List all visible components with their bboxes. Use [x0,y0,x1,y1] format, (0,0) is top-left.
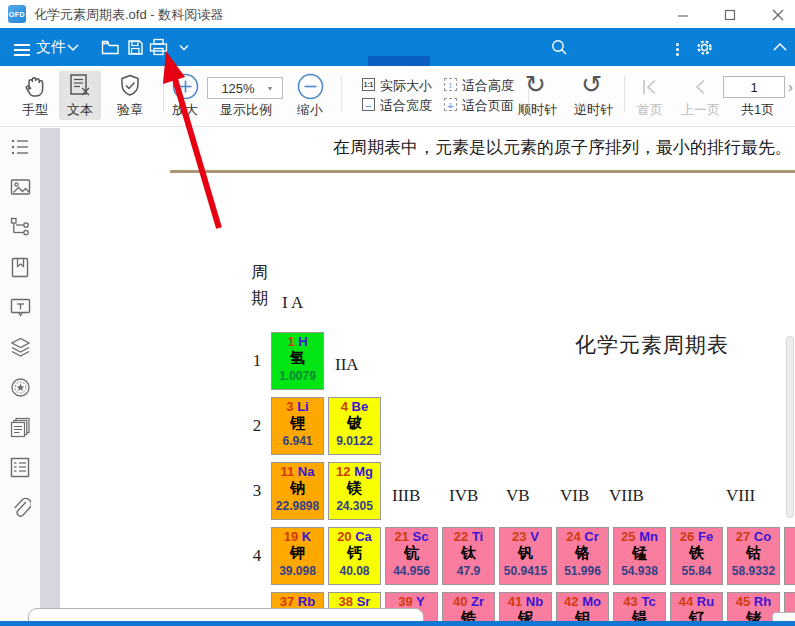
period-number: 1 [248,351,266,371]
rotate-counterclockwise-label[interactable]: 逆时针 [574,101,613,119]
period-header: 周期 [251,260,271,313]
first-page-icon[interactable] [642,79,658,95]
verify-seal-label[interactable]: 验章 [117,101,143,119]
fit-page-label[interactable]: 适合页面 [462,97,514,115]
toolbar-divider [163,76,164,112]
file-menu-chevron-icon[interactable] [66,43,80,53]
zoom-out-label[interactable]: 缩小 [297,101,323,119]
close-button[interactable] [763,6,793,24]
intro-text: 在周期表中，元素是以元素的原子序排列，最小的排行最先。 [333,136,792,159]
text-tool-label[interactable]: 文本 [67,101,93,119]
element-cell: 22 Ti钛47.9 [442,527,495,585]
print-options-chevron-icon[interactable] [178,44,190,52]
element-cell: 19 K钾39.098 [271,527,324,585]
verify-seal-icon[interactable] [117,73,143,100]
panel-splitter[interactable] [40,128,60,626]
seals-icon[interactable] [9,376,31,398]
gear-icon[interactable] [695,38,714,57]
minimize-button[interactable] [668,6,698,24]
print-button[interactable] [149,38,168,56]
element-cell: 20 Ca钙40.08 [328,527,381,585]
document-page: 在周期表中，元素是以元素的原子序排列，最小的排行最先。 周期 I A IIA 化… [60,128,795,626]
group-label-vib: VIB [560,486,589,506]
open-file-button[interactable] [101,39,120,56]
ofd-file-icon: OFD [8,5,26,23]
actual-size-icon[interactable]: 1:1 [362,78,375,91]
zoom-in-label[interactable]: 放大 [172,101,198,119]
reader-window: OFD 化学元素周期表.ofd - 数科阅读器 文件 阅读 点此查找文本 ΞRI… [0,0,795,626]
window-title: 化学元素周期表.ofd - 数科阅读器 [34,6,223,24]
text-tool-icon[interactable] [68,73,93,99]
prev-page-icon[interactable] [694,79,706,95]
element-cell: 26 Fe铁55.84 [670,527,723,585]
structure-tree-icon[interactable] [9,216,31,238]
period-number: 2 [248,416,266,436]
element-cell: 12 Mg镁24.305 [328,462,381,520]
bottom-window-edge [0,621,795,626]
attachments-icon[interactable] [9,496,31,518]
save-button[interactable] [127,39,144,56]
annotations-icon[interactable] [9,296,31,318]
fit-width-label[interactable]: 适合宽度 [380,97,432,115]
actual-size-label[interactable]: 实际大小 [380,77,432,95]
maximize-button[interactable] [715,6,745,24]
period-number: 4 [248,546,266,566]
fit-page-icon[interactable]: ↕↔ [444,98,457,111]
search-icon[interactable] [551,39,568,56]
left-panel-tabs [0,128,40,626]
reading-toolbar: 手型 文本 验章 放大 125% ▾ 显示比例 缩小 1:1 实际大小 ↕ 适合… [0,66,795,127]
close-icon [772,9,784,21]
hand-tool-label[interactable]: 手型 [22,101,48,119]
document-table-title: 化学元素周期表 [575,331,729,359]
toolbar-divider [624,76,625,112]
fit-height-label[interactable]: 适合高度 [462,77,514,95]
zoom-select-caret-icon: ▾ [268,84,282,93]
next-page-icon[interactable]: › [788,78,793,95]
hamburger-menu-icon[interactable] [14,41,30,59]
zoom-ratio-label: 显示比例 [220,101,272,119]
hand-tool-icon[interactable] [21,73,48,100]
rotate-clockwise-label[interactable]: 顺时针 [518,101,557,119]
group-label-ivb: IVB [449,486,478,506]
fit-height-icon[interactable]: ↕ [444,78,457,91]
fit-width-icon[interactable]: ↔ [362,98,375,111]
group-label-iia: IIA [335,355,359,375]
more-options-icon[interactable] [676,41,679,58]
pages-icon[interactable] [9,416,31,438]
zoom-percent-select[interactable]: 125% ▾ [207,77,283,99]
element-cell: 24 Cr铬51.996 [556,527,609,585]
page-number-input[interactable]: 1 [723,76,785,98]
horizontal-rule [170,170,795,173]
main-menubar: 文件 阅读 点此查找文本 ΞRIII [0,28,795,66]
zoom-out-icon[interactable] [297,73,324,100]
element-cell: 1 H氢1.0079 [271,332,324,390]
layers-icon[interactable] [9,336,31,358]
first-page-label[interactable]: 首页 [637,101,663,119]
catalog-icon[interactable] [9,456,31,478]
rotate-counterclockwise-icon[interactable]: ↺ [581,72,602,97]
element-cell: 27 Co钴58.9332 [727,527,780,585]
toolbar-divider [341,76,342,112]
rotate-clockwise-icon[interactable]: ↻ [525,72,546,97]
zoom-in-icon[interactable] [172,73,199,100]
element-cell: 25 Mn锰54.938 [613,527,666,585]
group-label-vb: VB [506,486,530,506]
thumbnails-icon[interactable] [9,176,31,198]
element-cell: 11 Na钠22.9898 [271,462,324,520]
period-number: 3 [248,481,266,501]
bookmarks-icon[interactable] [9,256,31,278]
page-total-label: 共1页 [741,101,774,119]
prev-page-label[interactable]: 上一页 [681,101,720,119]
element-cell: 23 V钒50.9415 [499,527,552,585]
group-label-ia: I A [282,293,303,313]
group-label-iiib: IIIB [392,486,420,506]
element-cell: 4 Be铍9.0122 [328,397,381,455]
element-cell: 21 Sc钪44.956 [385,527,438,585]
outline-icon[interactable] [9,136,31,158]
collapse-toolbar-chevron-icon[interactable] [772,42,788,52]
group-label-viii: VIII [726,486,755,506]
minimize-icon [677,9,689,21]
vertical-scrollbar-thumb[interactable] [786,336,794,518]
file-menu-button[interactable]: 文件 [36,38,66,57]
group-label-viib: VIIB [609,486,644,506]
